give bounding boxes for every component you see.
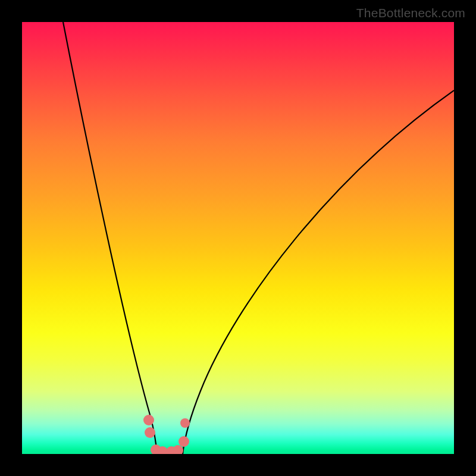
data-marker <box>143 415 154 425</box>
curve-layer <box>22 22 454 454</box>
data-marker <box>180 418 190 428</box>
curve-left <box>63 22 157 454</box>
curve-right <box>183 90 454 454</box>
data-marker <box>173 445 183 454</box>
data-marker <box>178 436 189 447</box>
plot-area <box>22 22 454 454</box>
chart-frame: TheBottleneck.com <box>0 0 476 476</box>
data-marker <box>145 427 155 438</box>
watermark-text: TheBottleneck.com <box>356 6 465 20</box>
